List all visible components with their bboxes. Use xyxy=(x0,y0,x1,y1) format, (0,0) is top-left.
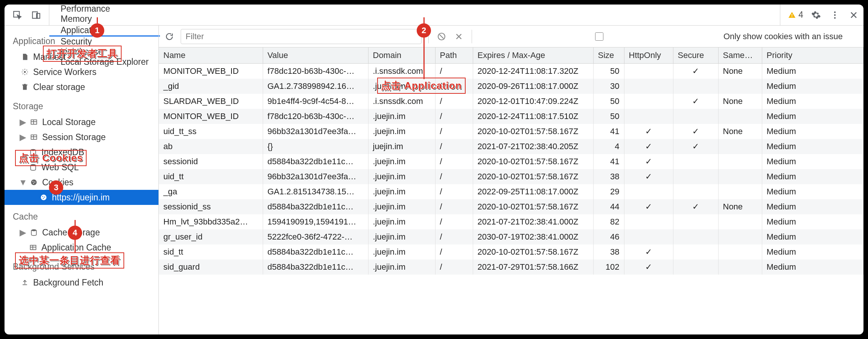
cell-exp: 2021-07-29T01:57:58.166Z xyxy=(473,260,593,275)
cell-http: ✓ xyxy=(624,139,673,154)
table-row[interactable]: gr_user_id5222fce0-36f2-4722-….juejin.im… xyxy=(159,229,863,244)
filter-input[interactable] xyxy=(181,29,422,44)
table-row[interactable]: uid_tt96bb32a1301d7ee3fa….juejin.im/2020… xyxy=(159,169,863,184)
cell-name: sid_tt xyxy=(159,244,263,260)
sidebar-item-clear-storage[interactable]: Clear storage xyxy=(13,79,158,95)
cell-http xyxy=(624,94,673,109)
svg-point-14 xyxy=(32,181,34,182)
annotation-badge-3: 3 xyxy=(49,180,63,195)
gear-icon[interactable] xyxy=(810,9,822,21)
trash-icon xyxy=(20,82,29,92)
cell-path: / xyxy=(435,64,473,79)
cell-http xyxy=(624,64,673,79)
column-header[interactable]: Secure xyxy=(673,47,718,64)
column-header[interactable]: HttpOnly xyxy=(624,47,673,64)
cell-value: {} xyxy=(263,139,368,154)
table-row[interactable]: ab{}juejin.im/2021-07-21T02:38:40.205Z4✓… xyxy=(159,139,863,154)
cell-prio: Medium xyxy=(762,109,863,124)
table-row[interactable]: sid_guardd5884ba322db1e11c….juejin.im/20… xyxy=(159,260,863,275)
cell-domain: .juejin.im xyxy=(368,260,435,275)
cell-sec xyxy=(673,169,718,184)
svg-point-5 xyxy=(834,11,836,13)
svg-point-17 xyxy=(41,195,47,200)
cell-name: _gid xyxy=(159,79,263,94)
tab-performance[interactable]: Performance xyxy=(49,5,160,14)
cell-exp: 2020-12-24T11:08:17.320Z xyxy=(473,64,593,79)
warnings-badge[interactable]: 4 xyxy=(788,10,803,20)
only-issues-input[interactable] xyxy=(479,32,720,41)
table-row[interactable]: MONITOR_WEB_IDf78dc120-b63b-430c-….jueji… xyxy=(159,109,863,124)
cell-name: uid_tt_ss xyxy=(159,124,263,139)
cell-domain: .juejin.im xyxy=(368,184,435,199)
cell-http xyxy=(624,214,673,229)
sidebar-item-local-storage[interactable]: ▶Local Storage xyxy=(13,115,158,130)
cell-sec: ✓ xyxy=(673,139,718,154)
table-row[interactable]: _gidGA1.2.738998942.16….juejin.im/2020-0… xyxy=(159,79,863,94)
sidebar-item-session-storage[interactable]: ▶Session Storage xyxy=(13,130,158,145)
table-row[interactable]: sessionid_ssd5884ba322db1e11c….juejin.im… xyxy=(159,199,863,214)
cell-sec xyxy=(673,79,718,94)
cell-domain: .juejin.im xyxy=(368,229,435,244)
sidebar-item-cookies[interactable]: ▼Cookies xyxy=(13,175,158,190)
sidebar-item-cookies-origin[interactable]: https://juejin.im xyxy=(5,190,158,205)
column-header[interactable]: Value xyxy=(263,47,368,64)
device-toolbar-icon[interactable] xyxy=(30,9,42,21)
column-header[interactable]: Priority xyxy=(762,47,863,64)
cookies-table: NameValueDomainPathExpires / Max-AgeSize… xyxy=(159,47,863,275)
column-header[interactable]: Size xyxy=(593,47,624,64)
cell-prio: Medium xyxy=(762,244,863,260)
application-sidebar: Application Manifest Service Workers Cle… xyxy=(5,26,159,334)
table-row[interactable]: SLARDAR_WEB_ID9b1e4ff4-9c9f-4c54-8….i.sn… xyxy=(159,94,863,109)
cell-http xyxy=(624,109,673,124)
cell-prio: Medium xyxy=(762,79,863,94)
clear-all-icon[interactable] xyxy=(436,31,448,43)
table-row[interactable]: Hm_lvt_93bbd335a2…1594190919,1594191….ju… xyxy=(159,214,863,229)
svg-point-20 xyxy=(43,198,44,199)
column-header[interactable]: SameS… xyxy=(718,47,762,64)
column-header[interactable]: Name xyxy=(159,47,263,64)
cell-path: / xyxy=(435,124,473,139)
cell-size: 41 xyxy=(593,154,624,169)
cell-sec: ✓ xyxy=(673,199,718,214)
cell-exp: 2030-07-19T02:38:41.000Z xyxy=(473,229,593,244)
column-header[interactable]: Expires / Max-Age xyxy=(473,47,593,64)
table-row[interactable]: uid_tt_ss96bb32a1301d7ee3fa….juejin.im/2… xyxy=(159,124,863,139)
column-header[interactable]: Path xyxy=(435,47,473,64)
cell-same xyxy=(718,214,762,229)
cell-prio: Medium xyxy=(762,139,863,154)
cell-prio: Medium xyxy=(762,124,863,139)
cell-http: ✓ xyxy=(624,169,673,184)
cell-sec xyxy=(673,229,718,244)
cell-path: / xyxy=(435,214,473,229)
cell-domain: .juejin.im xyxy=(368,124,435,139)
cell-domain: .juejin.im xyxy=(368,214,435,229)
only-issues-checkbox[interactable]: Only show cookies with an issue xyxy=(479,32,843,41)
column-header[interactable]: Domain xyxy=(368,47,435,64)
group-storage: Storage xyxy=(13,95,158,115)
annotation-badge-1: 1 xyxy=(90,23,104,38)
cell-http xyxy=(624,79,673,94)
cell-value: f78dc120-b63b-430c-… xyxy=(263,64,368,79)
refresh-icon[interactable] xyxy=(163,31,175,43)
tab-memory[interactable]: Memory xyxy=(49,14,160,24)
sidebar-item-service-workers[interactable]: Service Workers xyxy=(13,64,158,79)
kebab-icon[interactable] xyxy=(829,9,841,21)
cell-http: ✓ xyxy=(624,244,673,260)
table-row[interactable]: _gaGA1.2.815134738.15….juejin.im/2022-09… xyxy=(159,184,863,199)
cell-same xyxy=(718,139,762,154)
table-row[interactable]: MONITOR_WEB_IDf78dc120-b63b-430c-….i.sns… xyxy=(159,64,863,79)
inspect-element-icon[interactable] xyxy=(11,9,23,21)
cell-domain: .juejin.im xyxy=(368,154,435,169)
cell-exp: 2021-07-21T02:38:40.205Z xyxy=(473,139,593,154)
table-row[interactable]: sessionidd5884ba322db1e11c….juejin.im/20… xyxy=(159,154,863,169)
cell-same xyxy=(718,154,762,169)
cell-value: 5222fce0-36f2-4722-… xyxy=(263,229,368,244)
gear-icon xyxy=(20,67,29,76)
close-icon[interactable] xyxy=(848,9,860,21)
cell-value: d5884ba322db1e11c… xyxy=(263,199,368,214)
sidebar-item-cache-storage[interactable]: ▶Cache Storage xyxy=(13,225,158,240)
table-row[interactable]: sid_ttd5884ba322db1e11c….juejin.im/2020-… xyxy=(159,244,863,260)
delete-icon[interactable] xyxy=(453,31,465,43)
sidebar-item-background-fetch[interactable]: Background Fetch xyxy=(13,275,158,290)
cell-path: / xyxy=(435,154,473,169)
